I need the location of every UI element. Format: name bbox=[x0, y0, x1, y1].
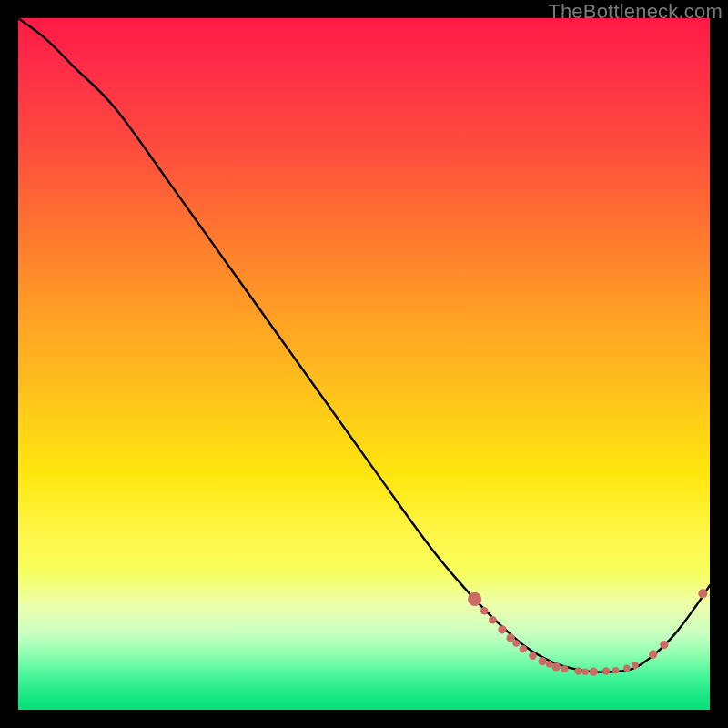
gradient-plot-area bbox=[18, 18, 710, 710]
scatter-dot bbox=[529, 652, 536, 660]
scatter-dot bbox=[468, 592, 481, 606]
scatter-dot bbox=[561, 665, 568, 672]
chart-stage: TheBottleneck.com bbox=[0, 0, 728, 728]
scatter-dot bbox=[480, 607, 488, 614]
scatter-dot bbox=[612, 667, 620, 674]
scatter-dot bbox=[520, 645, 527, 652]
scatter-dot bbox=[581, 668, 589, 675]
scatter-dot bbox=[512, 640, 520, 647]
bottleneck-curve bbox=[18, 18, 710, 672]
scatter-dot bbox=[574, 667, 581, 674]
scatter-dot bbox=[546, 661, 553, 668]
scatter-dot bbox=[623, 665, 631, 672]
scatter-dot bbox=[498, 625, 506, 633]
scatter-dot bbox=[660, 641, 668, 649]
scatter-dot bbox=[698, 589, 707, 598]
scatter-dot bbox=[649, 651, 657, 659]
scatter-dot bbox=[538, 657, 546, 665]
scatter-dot bbox=[507, 633, 515, 642]
scatter-dot bbox=[632, 662, 639, 670]
scatter-dot bbox=[602, 667, 610, 674]
scatter-dot-layer bbox=[468, 589, 707, 676]
scatter-dot bbox=[552, 662, 561, 671]
chart-svg bbox=[18, 18, 710, 710]
curve-layer bbox=[18, 18, 710, 672]
scatter-dot bbox=[489, 616, 496, 623]
scatter-dot bbox=[590, 668, 598, 676]
